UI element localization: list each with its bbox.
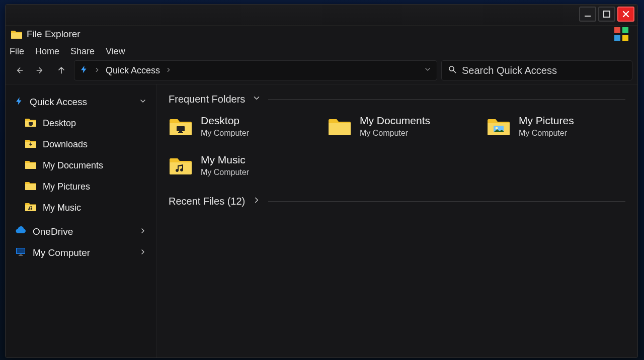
lightning-icon [15, 97, 24, 108]
breadcrumb-chevron-icon [165, 65, 172, 76]
folder-documents[interactable]: My Documents My Computer [328, 114, 466, 138]
sidebar-item-documents[interactable]: My Documents [10, 155, 152, 176]
forward-button[interactable] [32, 62, 49, 79]
sidebar-item-label: My Music [43, 203, 81, 213]
chevron-down-icon [139, 97, 147, 108]
chevron-right-icon [139, 226, 147, 237]
sidebar-item-desktop[interactable]: Desktop [10, 113, 152, 134]
sidebar-item-label: My Computer [33, 247, 133, 258]
sidebar-quick-access[interactable]: Quick Access [10, 92, 152, 113]
main-content: Frequent Folders Desktop My Computer My … [156, 84, 637, 357]
folder-icon [25, 179, 37, 194]
divider [268, 99, 625, 100]
divider [268, 201, 625, 202]
folder-subtitle: My Computer [360, 129, 430, 138]
folder-music-icon [25, 201, 37, 215]
folder-music[interactable]: My Music My Computer [169, 153, 307, 177]
menu-bar: File Home Share View [6, 43, 637, 60]
windows-logo-icon [614, 27, 628, 41]
folder-icon [25, 158, 37, 173]
folder-subtitle: My Computer [201, 168, 249, 177]
cloud-icon [15, 225, 27, 239]
svg-rect-12 [604, 11, 610, 17]
monitor-icon [15, 246, 27, 260]
folder-title: Desktop [201, 115, 249, 126]
section-title: Frequent Folders [169, 94, 245, 105]
lightning-icon [79, 65, 89, 76]
breadcrumb-chevron-icon [94, 65, 101, 76]
app-icon [11, 28, 23, 40]
nav-row: Quick Access [6, 60, 637, 84]
sidebar-item-music[interactable]: My Music [10, 197, 152, 218]
menu-file[interactable]: File [10, 46, 24, 57]
maximize-button[interactable] [598, 7, 615, 22]
sidebar-item-label: My Pictures [43, 182, 90, 192]
sidebar-onedrive[interactable]: OneDrive [10, 221, 152, 242]
section-recent-header[interactable]: Recent Files (12) [169, 196, 625, 207]
body: Quick Access Desktop Downloads My Docume… [6, 84, 637, 357]
sidebar-item-pictures[interactable]: My Pictures [10, 176, 152, 197]
folder-subtitle: My Computer [201, 129, 249, 138]
sidebar-item-label: Downloads [43, 139, 88, 150]
address-bar[interactable]: Quick Access [74, 60, 437, 80]
up-button[interactable] [53, 62, 70, 79]
search-box[interactable] [441, 60, 632, 80]
sidebar-item-downloads[interactable]: Downloads [10, 134, 152, 155]
folder-desktop-icon [169, 114, 193, 138]
folder-desktop[interactable]: Desktop My Computer [169, 114, 307, 138]
folder-subtitle: My Computer [519, 129, 574, 138]
folder-title: My Music [201, 154, 249, 165]
folder-title: My Documents [360, 115, 430, 126]
sidebar-item-label: Desktop [43, 118, 76, 129]
folder-title: My Pictures [519, 115, 574, 126]
folder-desktop-icon [25, 116, 37, 131]
address-location: Quick Access [106, 65, 160, 76]
file-explorer-window: File Explorer File Home Share View Quick… [5, 4, 638, 358]
sidebar: Quick Access Desktop Downloads My Docume… [6, 84, 156, 357]
section-title: Recent Files (12) [169, 196, 245, 207]
minimize-button[interactable] [579, 7, 596, 22]
chevron-down-icon [252, 94, 261, 105]
app-title-row: File Explorer [6, 26, 637, 43]
chevron-right-icon [139, 247, 147, 258]
folder-pictures[interactable]: My Pictures My Computer [487, 114, 625, 138]
search-input[interactable] [462, 65, 626, 76]
folder-music-icon [169, 153, 193, 177]
chevron-right-icon [252, 196, 261, 207]
section-frequent-header[interactable]: Frequent Folders [169, 94, 625, 105]
folder-downloads-icon [25, 137, 37, 152]
menu-home[interactable]: Home [35, 46, 59, 57]
address-dropdown-icon[interactable] [424, 65, 432, 76]
menu-share[interactable]: Share [70, 46, 95, 57]
back-button[interactable] [11, 62, 28, 79]
sidebar-item-label: Quick Access [30, 97, 133, 108]
sidebar-item-label: My Documents [43, 160, 103, 171]
titlebar [6, 5, 637, 26]
folder-pictures-icon [487, 114, 511, 138]
sidebar-my-computer[interactable]: My Computer [10, 242, 152, 263]
menu-view[interactable]: View [106, 46, 125, 57]
folder-icon [328, 114, 352, 138]
close-button[interactable] [617, 7, 634, 22]
search-icon [448, 65, 457, 76]
frequent-folders-grid: Desktop My Computer My Documents My Comp… [169, 114, 625, 177]
app-title: File Explorer [27, 29, 80, 40]
sidebar-item-label: OneDrive [33, 226, 133, 237]
